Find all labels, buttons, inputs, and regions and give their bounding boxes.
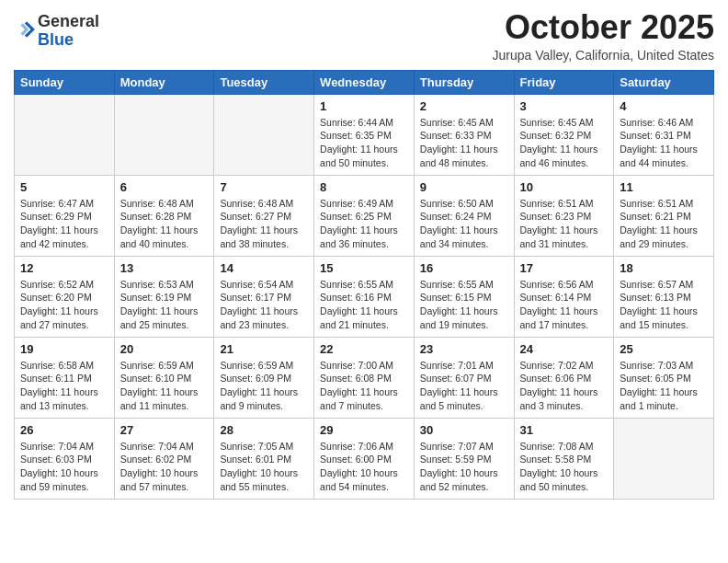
cell-info: Sunrise: 6:48 AMSunset: 6:27 PMDaylight:… xyxy=(220,197,308,251)
cell-info: Sunrise: 6:59 AMSunset: 6:10 PMDaylight:… xyxy=(120,359,209,413)
day-number: 17 xyxy=(520,261,609,275)
calendar-cell: 24Sunrise: 7:02 AMSunset: 6:06 PMDayligh… xyxy=(514,337,614,418)
calendar-cell: 21Sunrise: 6:59 AMSunset: 6:09 PMDayligh… xyxy=(214,337,314,418)
day-number: 18 xyxy=(620,261,708,275)
calendar-cell: 22Sunrise: 7:00 AMSunset: 6:08 PMDayligh… xyxy=(314,337,415,418)
cell-info: Sunrise: 6:55 AMSunset: 6:15 PMDaylight:… xyxy=(420,278,508,332)
calendar-cell: 3Sunrise: 6:45 AMSunset: 6:32 PMDaylight… xyxy=(514,94,614,175)
day-number: 3 xyxy=(520,99,609,113)
cell-info: Sunrise: 6:49 AMSunset: 6:25 PMDaylight:… xyxy=(320,197,408,251)
day-number: 10 xyxy=(520,180,609,194)
day-number: 12 xyxy=(20,261,108,275)
calendar-cell: 6Sunrise: 6:48 AMSunset: 6:28 PMDaylight… xyxy=(114,175,214,256)
calendar-cell: 23Sunrise: 7:01 AMSunset: 6:07 PMDayligh… xyxy=(414,337,514,418)
calendar-cell: 19Sunrise: 6:58 AMSunset: 6:11 PMDayligh… xyxy=(15,337,115,418)
logo-blue-text: Blue xyxy=(38,30,74,49)
calendar-cell: 9Sunrise: 6:50 AMSunset: 6:24 PMDaylight… xyxy=(414,175,514,256)
calendar-cell: 29Sunrise: 7:06 AMSunset: 6:00 PMDayligh… xyxy=(314,418,415,499)
day-of-week-header: Tuesday xyxy=(214,70,314,94)
cell-info: Sunrise: 6:57 AMSunset: 6:13 PMDaylight:… xyxy=(620,278,708,332)
day-of-week-header: Thursday xyxy=(414,70,514,94)
calendar-week-row: 5Sunrise: 6:47 AMSunset: 6:29 PMDaylight… xyxy=(15,175,714,256)
calendar-week-row: 26Sunrise: 7:04 AMSunset: 6:03 PMDayligh… xyxy=(15,418,714,499)
cell-info: Sunrise: 6:45 AMSunset: 6:33 PMDaylight:… xyxy=(420,116,508,170)
cell-info: Sunrise: 7:04 AMSunset: 6:03 PMDaylight:… xyxy=(20,440,108,494)
cell-info: Sunrise: 7:03 AMSunset: 6:05 PMDaylight:… xyxy=(620,359,708,413)
day-number: 29 xyxy=(320,423,408,437)
calendar-cell xyxy=(214,94,314,175)
day-number: 4 xyxy=(620,99,708,113)
calendar-cell: 11Sunrise: 6:51 AMSunset: 6:21 PMDayligh… xyxy=(614,175,714,256)
day-number: 20 xyxy=(120,342,209,356)
day-number: 1 xyxy=(320,99,408,113)
calendar-cell: 15Sunrise: 6:55 AMSunset: 6:16 PMDayligh… xyxy=(314,256,415,337)
day-number: 22 xyxy=(320,342,408,356)
cell-info: Sunrise: 6:44 AMSunset: 6:35 PMDaylight:… xyxy=(320,116,408,170)
cell-info: Sunrise: 6:53 AMSunset: 6:19 PMDaylight:… xyxy=(120,278,209,332)
calendar-table: SundayMondayTuesdayWednesdayThursdayFrid… xyxy=(14,70,714,500)
day-number: 7 xyxy=(220,180,308,194)
calendar-cell xyxy=(15,94,115,175)
calendar-cell: 17Sunrise: 6:56 AMSunset: 6:14 PMDayligh… xyxy=(514,256,614,337)
month-title: October 2025 xyxy=(493,9,715,46)
cell-info: Sunrise: 6:56 AMSunset: 6:14 PMDaylight:… xyxy=(520,278,609,332)
calendar-cell: 1Sunrise: 6:44 AMSunset: 6:35 PMDaylight… xyxy=(314,94,415,175)
cell-info: Sunrise: 6:51 AMSunset: 6:23 PMDaylight:… xyxy=(520,197,609,251)
day-number: 30 xyxy=(420,423,508,437)
calendar-cell: 20Sunrise: 6:59 AMSunset: 6:10 PMDayligh… xyxy=(114,337,214,418)
day-number: 25 xyxy=(620,342,708,356)
calendar-header-row: SundayMondayTuesdayWednesdayThursdayFrid… xyxy=(15,70,714,94)
cell-info: Sunrise: 6:47 AMSunset: 6:29 PMDaylight:… xyxy=(20,197,108,251)
cell-info: Sunrise: 6:50 AMSunset: 6:24 PMDaylight:… xyxy=(420,197,508,251)
logo: General Blue xyxy=(14,13,99,50)
calendar-cell xyxy=(614,418,714,499)
day-number: 8 xyxy=(320,180,408,194)
cell-info: Sunrise: 7:01 AMSunset: 6:07 PMDaylight:… xyxy=(420,359,508,413)
day-number: 26 xyxy=(20,423,108,437)
calendar-week-row: 19Sunrise: 6:58 AMSunset: 6:11 PMDayligh… xyxy=(15,337,714,418)
cell-info: Sunrise: 7:08 AMSunset: 5:58 PMDaylight:… xyxy=(520,440,609,494)
calendar-cell: 18Sunrise: 6:57 AMSunset: 6:13 PMDayligh… xyxy=(614,256,714,337)
day-number: 2 xyxy=(420,99,508,113)
calendar-cell: 25Sunrise: 7:03 AMSunset: 6:05 PMDayligh… xyxy=(614,337,714,418)
day-of-week-header: Monday xyxy=(114,70,214,94)
calendar-cell: 14Sunrise: 6:54 AMSunset: 6:17 PMDayligh… xyxy=(214,256,314,337)
calendar-cell: 5Sunrise: 6:47 AMSunset: 6:29 PMDaylight… xyxy=(15,175,115,256)
day-of-week-header: Friday xyxy=(514,70,614,94)
cell-info: Sunrise: 6:58 AMSunset: 6:11 PMDaylight:… xyxy=(20,359,108,413)
day-number: 23 xyxy=(420,342,508,356)
calendar-cell: 16Sunrise: 6:55 AMSunset: 6:15 PMDayligh… xyxy=(414,256,514,337)
cell-info: Sunrise: 7:07 AMSunset: 5:59 PMDaylight:… xyxy=(420,440,508,494)
day-number: 14 xyxy=(220,261,308,275)
calendar-cell: 10Sunrise: 6:51 AMSunset: 6:23 PMDayligh… xyxy=(514,175,614,256)
cell-info: Sunrise: 7:00 AMSunset: 6:08 PMDaylight:… xyxy=(320,359,408,413)
location: Jurupa Valley, California, United States xyxy=(493,48,715,63)
cell-info: Sunrise: 7:02 AMSunset: 6:06 PMDaylight:… xyxy=(520,359,609,413)
calendar-cell: 12Sunrise: 6:52 AMSunset: 6:20 PMDayligh… xyxy=(15,256,115,337)
day-number: 5 xyxy=(20,180,108,194)
calendar-week-row: 12Sunrise: 6:52 AMSunset: 6:20 PMDayligh… xyxy=(15,256,714,337)
cell-info: Sunrise: 6:54 AMSunset: 6:17 PMDaylight:… xyxy=(220,278,308,332)
day-number: 28 xyxy=(220,423,308,437)
cell-info: Sunrise: 6:48 AMSunset: 6:28 PMDaylight:… xyxy=(120,197,209,251)
calendar-cell: 30Sunrise: 7:07 AMSunset: 5:59 PMDayligh… xyxy=(414,418,514,499)
day-of-week-header: Wednesday xyxy=(314,70,415,94)
day-number: 24 xyxy=(520,342,609,356)
day-of-week-header: Sunday xyxy=(15,70,115,94)
day-of-week-header: Saturday xyxy=(614,70,714,94)
cell-info: Sunrise: 7:05 AMSunset: 6:01 PMDaylight:… xyxy=(220,440,308,494)
calendar-cell: 31Sunrise: 7:08 AMSunset: 5:58 PMDayligh… xyxy=(514,418,614,499)
day-number: 6 xyxy=(120,180,209,194)
calendar-cell: 26Sunrise: 7:04 AMSunset: 6:03 PMDayligh… xyxy=(15,418,115,499)
header: General Blue October 2025 Jurupa Valley,… xyxy=(14,9,714,63)
day-number: 27 xyxy=(120,423,209,437)
calendar-week-row: 1Sunrise: 6:44 AMSunset: 6:35 PMDaylight… xyxy=(15,94,714,175)
day-number: 19 xyxy=(20,342,108,356)
title-block: October 2025 Jurupa Valley, California, … xyxy=(493,9,715,63)
cell-info: Sunrise: 7:06 AMSunset: 6:00 PMDaylight:… xyxy=(320,440,408,494)
calendar-cell: 2Sunrise: 6:45 AMSunset: 6:33 PMDaylight… xyxy=(414,94,514,175)
calendar-cell: 8Sunrise: 6:49 AMSunset: 6:25 PMDaylight… xyxy=(314,175,415,256)
day-number: 11 xyxy=(620,180,708,194)
cell-info: Sunrise: 6:52 AMSunset: 6:20 PMDaylight:… xyxy=(20,278,108,332)
logo-icon xyxy=(16,19,36,40)
